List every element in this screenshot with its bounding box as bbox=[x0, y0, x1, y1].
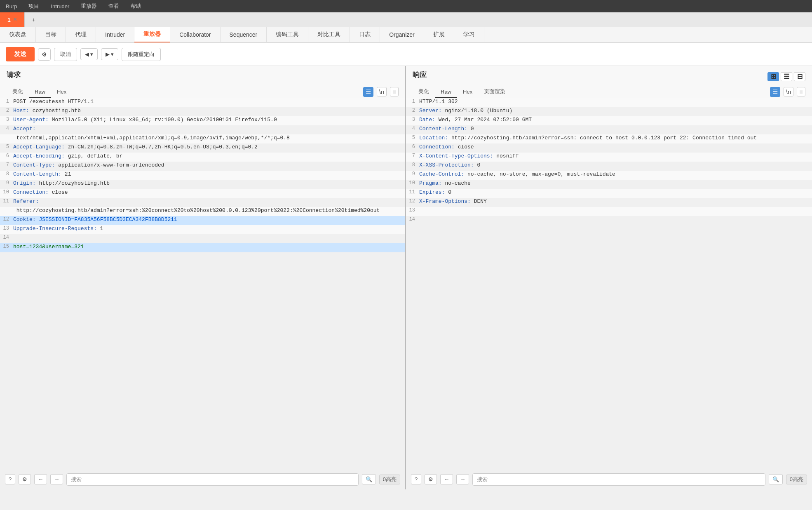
request-icon-list[interactable]: ☰ bbox=[363, 87, 373, 97]
request-icon-newline[interactable]: \n bbox=[377, 87, 387, 96]
nav-sequencer[interactable]: Sequencer bbox=[221, 27, 267, 42]
nav-dashboard[interactable]: 仪表盘 bbox=[0, 27, 36, 42]
request-tab-icons: ☰ \n ≡ bbox=[363, 87, 399, 97]
nav-encoder[interactable]: 编码工具 bbox=[267, 27, 308, 42]
nav-extensions[interactable]: 扩展 bbox=[424, 27, 454, 42]
resp-line-3: 3 Date: Wed, 27 Mar 2024 07:52:00 GMT bbox=[406, 116, 812, 125]
menu-repeater[interactable]: 重放器 bbox=[78, 2, 99, 11]
req-line-7: 7 Content-Type: application/x-www-form-u… bbox=[0, 162, 405, 171]
resp-line-14: 14 bbox=[406, 216, 812, 225]
req-settings-icon[interactable]: ⚙ bbox=[19, 474, 31, 484]
resp-icon-split[interactable]: ⊞ bbox=[767, 72, 779, 81]
req-line-6: 6 Accept-Encoding: gzip, deflate, br bbox=[0, 153, 405, 162]
tab-add[interactable]: + bbox=[25, 12, 43, 27]
req-line-9: 9 Origin: http://cozyhosting.htb bbox=[0, 180, 405, 189]
resp-search-icon[interactable]: 🔍 bbox=[769, 474, 783, 484]
request-tab-hex[interactable]: Hex bbox=[51, 87, 72, 98]
resp-line-1: 1 HTTP/1.1 302 bbox=[406, 98, 812, 107]
req-line-4a: 4 Accept: bbox=[0, 125, 405, 134]
tab-1[interactable]: 1 ✕ bbox=[0, 12, 25, 27]
cancel-button[interactable]: 取消 bbox=[54, 48, 77, 61]
request-bottom-bar: ? ⚙ ← → 🔍 0高亮 bbox=[0, 469, 405, 489]
req-line-4b: text/html,application/xhtml+xml,applicat… bbox=[0, 134, 405, 143]
request-content[interactable]: 1 POST /executessh HTTP/1.1 2 Host: cozy… bbox=[0, 98, 405, 469]
resp-highlight-badge: 0高亮 bbox=[786, 475, 807, 484]
toolbar: 发送 ⚙ 取消 ◀ ▾ ▶ ▾ 跟随重定向 bbox=[0, 43, 812, 66]
resp-line-12: 12 X-Frame-Options: DENY bbox=[406, 198, 812, 207]
resp-line-2: 2 Server: nginx/1.18.0 (Ubuntu) bbox=[406, 107, 812, 116]
request-subtabs: 美化 Raw Hex ☰ \n ≡ bbox=[0, 83, 405, 98]
resp-line-5: 5 Location: http://cozyhosting.htb/admin… bbox=[406, 134, 812, 143]
response-tab-icons: ☰ \n ≡ bbox=[770, 87, 805, 97]
req-line-13: 13 Upgrade-Insecure-Requests: 1 bbox=[0, 225, 405, 234]
response-title: 响应 bbox=[413, 70, 767, 83]
response-tab-raw[interactable]: Raw bbox=[435, 87, 457, 98]
nav-intruder[interactable]: Intruder bbox=[96, 27, 134, 42]
resp-line-8: 8 X-XSS-Protection: 0 bbox=[406, 162, 812, 171]
menu-project[interactable]: 项目 bbox=[26, 2, 42, 11]
response-panel: 响应 ⊞ ☰ ⊟ 美化 Raw Hex 页面渲染 ☰ \n ≡ 1 HTTP/1… bbox=[406, 66, 812, 489]
response-bottom-bar: ? ⚙ ← → 🔍 0高亮 bbox=[406, 469, 812, 489]
response-icon-wrap[interactable]: ≡ bbox=[797, 87, 805, 96]
send-button[interactable]: 发送 bbox=[6, 47, 35, 61]
nav-collaborator[interactable]: Collaborator bbox=[170, 27, 220, 42]
resp-settings-icon[interactable]: ⚙ bbox=[425, 474, 437, 484]
nav-proxy[interactable]: 代理 bbox=[66, 27, 96, 42]
req-line-3: 3 User-Agent: Mozilla/5.0 (X11; Linux x8… bbox=[0, 116, 405, 125]
response-tab-beautify[interactable]: 美化 bbox=[413, 86, 435, 98]
response-view-icons: ⊞ ☰ ⊟ bbox=[767, 72, 805, 81]
resp-line-13: 13 bbox=[406, 207, 812, 216]
menu-view[interactable]: 查看 bbox=[106, 2, 122, 11]
response-icon-list[interactable]: ☰ bbox=[770, 87, 780, 97]
response-tab-render[interactable]: 页面渲染 bbox=[478, 86, 511, 98]
req-search-icon[interactable]: 🔍 bbox=[362, 474, 376, 484]
req-highlight-badge: 0高亮 bbox=[379, 475, 400, 484]
request-header: 请求 bbox=[0, 66, 405, 83]
response-icon-newline[interactable]: \n bbox=[784, 87, 794, 96]
req-search-input[interactable] bbox=[66, 473, 359, 486]
req-line-10: 10 Connection: close bbox=[0, 189, 405, 198]
settings-button[interactable]: ⚙ bbox=[38, 48, 51, 61]
req-line-11b: http://cozyhosting.htb/admin?error=ssh:%… bbox=[0, 207, 405, 216]
nav-repeater[interactable]: 重放器 bbox=[134, 27, 170, 42]
request-tab-beautify[interactable]: 美化 bbox=[7, 86, 29, 98]
req-next-icon[interactable]: → bbox=[50, 474, 63, 484]
resp-icon-list[interactable]: ☰ bbox=[781, 72, 792, 81]
follow-redirect-button[interactable]: 跟随重定向 bbox=[122, 48, 161, 61]
main-panels: 请求 美化 Raw Hex ☰ \n ≡ 1 POST /executessh … bbox=[0, 66, 812, 489]
next-button[interactable]: ▶ ▾ bbox=[101, 48, 118, 60]
resp-next-icon[interactable]: → bbox=[456, 474, 469, 484]
resp-line-10: 10 Pragma: no-cache bbox=[406, 180, 812, 189]
nav-bar: 仪表盘 目标 代理 Intruder 重放器 Collaborator Sequ… bbox=[0, 27, 812, 43]
prev-button[interactable]: ◀ ▾ bbox=[80, 48, 98, 60]
response-tab-hex[interactable]: Hex bbox=[457, 87, 478, 98]
resp-help-icon[interactable]: ? bbox=[411, 474, 421, 484]
req-line-15: 15 host=1234&username=321 bbox=[0, 243, 405, 252]
menu-intruder[interactable]: Intruder bbox=[48, 2, 72, 10]
nav-comparer[interactable]: 对比工具 bbox=[308, 27, 350, 42]
response-header: 响应 ⊞ ☰ ⊟ bbox=[406, 66, 812, 83]
request-panel: 请求 美化 Raw Hex ☰ \n ≡ 1 POST /executessh … bbox=[0, 66, 406, 489]
resp-search-input[interactable] bbox=[472, 473, 765, 486]
resp-line-4: 4 Content-Length: 0 bbox=[406, 125, 812, 134]
request-icon-wrap[interactable]: ≡ bbox=[390, 87, 399, 96]
resp-prev-icon[interactable]: ← bbox=[440, 474, 453, 484]
req-line-5: 5 Accept-Language: zh-CN,zh;q=0.8,zh-TW;… bbox=[0, 143, 405, 153]
req-help-icon[interactable]: ? bbox=[5, 474, 15, 484]
nav-organizer[interactable]: Organizer bbox=[380, 27, 424, 42]
req-prev-icon[interactable]: ← bbox=[34, 474, 47, 484]
tab-bar: 1 ✕ + bbox=[0, 12, 812, 27]
request-title: 请求 bbox=[7, 70, 399, 83]
nav-learn[interactable]: 学习 bbox=[454, 27, 484, 42]
resp-line-11: 11 Expires: 0 bbox=[406, 189, 812, 198]
menu-help[interactable]: 帮助 bbox=[128, 2, 144, 11]
tab-close-icon[interactable]: ✕ bbox=[13, 17, 17, 22]
req-line-8: 8 Content-Length: 21 bbox=[0, 171, 405, 180]
response-content[interactable]: 1 HTTP/1.1 302 2 Server: nginx/1.18.0 (U… bbox=[406, 98, 812, 469]
req-line-11a: 11 Referer: bbox=[0, 198, 405, 207]
request-tab-raw[interactable]: Raw bbox=[29, 87, 51, 98]
nav-logger[interactable]: 日志 bbox=[350, 27, 380, 42]
menu-burp[interactable]: Burp bbox=[3, 2, 19, 10]
nav-target[interactable]: 目标 bbox=[36, 27, 66, 42]
resp-icon-grid[interactable]: ⊟ bbox=[794, 72, 805, 81]
